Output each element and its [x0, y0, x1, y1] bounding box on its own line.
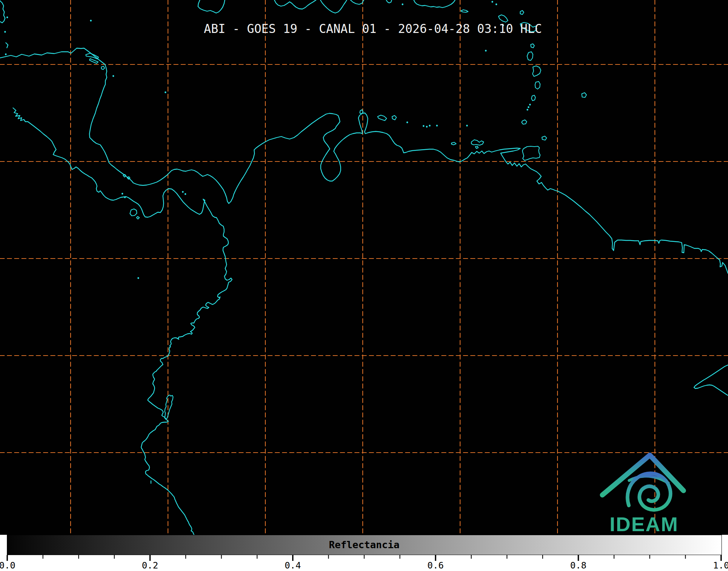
coastline [0, 1, 5, 23]
coastline [386, 0, 392, 3]
satellite-image-viewer: ABI - GOES 19 - CANAL 01 - 2026-04-28 03… [0, 0, 728, 571]
island-outline [101, 66, 105, 70]
colorbar-label: Reflectancia [329, 535, 399, 555]
island-outline [475, 146, 478, 148]
islet-dot [429, 125, 431, 127]
islet-dot [426, 126, 428, 128]
islet-dot [138, 277, 139, 279]
islet-dot [492, 1, 493, 3]
island-outline [531, 95, 535, 101]
island-outline [165, 395, 173, 419]
island-outline [582, 93, 586, 97]
tick-label: 0.4 [285, 560, 301, 571]
island-outline [535, 81, 540, 89]
island-outline [542, 136, 547, 140]
island-outline [531, 44, 534, 48]
island-outline [130, 209, 137, 216]
island-outline [522, 120, 527, 124]
coastline [320, 0, 347, 13]
island-outline [520, 11, 524, 14]
tick-label: 1.0 [713, 560, 728, 571]
coastline [0, 48, 728, 273]
coastline [694, 365, 728, 395]
coastline [13, 108, 232, 535]
tick-label: 0.8 [570, 560, 586, 571]
island-outline [533, 66, 541, 76]
map-area: ABI - GOES 19 - CANAL 01 - 2026-04-28 03… [0, 0, 728, 535]
islet-dot [402, 4, 404, 5]
islet-dot [496, 4, 497, 5]
islet-dot [528, 106, 530, 108]
coastline [350, 0, 364, 4]
islet-dot [113, 75, 114, 77]
islet-dot [436, 125, 438, 127]
island-outline [471, 140, 484, 145]
ideam-logo: IDEAM [594, 442, 710, 536]
island-outline [451, 142, 456, 145]
islet-dot [182, 191, 184, 193]
island-outline [522, 146, 540, 160]
islet-dot [485, 50, 487, 52]
coastline [414, 0, 455, 8]
islet-dot [5, 54, 7, 55]
ideam-logo-text: IDEAM [610, 513, 678, 536]
islet-dot [122, 193, 123, 195]
coastline [6, 43, 8, 48]
islet-dot [529, 104, 531, 106]
islet-dot [185, 193, 186, 195]
islet-dot [466, 125, 468, 127]
colorbar: Reflectancia 0.00.20.40.60.81.0 [0, 535, 728, 571]
island-outline [527, 52, 533, 60]
colorbar-gradient: Reflectancia [7, 535, 722, 555]
tick-label: 0.2 [142, 560, 158, 571]
island-outline [89, 59, 98, 63]
island-outline [136, 217, 139, 219]
islet-dot [423, 125, 425, 127]
colorbar-ticks [0, 555, 728, 563]
islet-dot [124, 197, 126, 198]
islet-dot [407, 122, 408, 123]
tick-label: 0.0 [0, 560, 16, 571]
ideam-mountain-icon [602, 455, 683, 510]
island-outline [123, 175, 126, 177]
island-outline [392, 116, 396, 120]
island-outline [461, 10, 468, 12]
islet-dot [90, 20, 92, 22]
image-title: ABI - GOES 19 - CANAL 01 - 2026-04-28 03… [204, 22, 542, 36]
islet-dot [4, 31, 6, 33]
islet-dot [165, 92, 167, 93]
islet-dot [7, 17, 8, 18]
coastline [274, 0, 316, 9]
coastline [198, 0, 225, 13]
tick-label: 0.6 [428, 560, 444, 571]
island-outline [498, 15, 508, 22]
islet-dot [527, 109, 529, 111]
island-outline [378, 115, 387, 121]
